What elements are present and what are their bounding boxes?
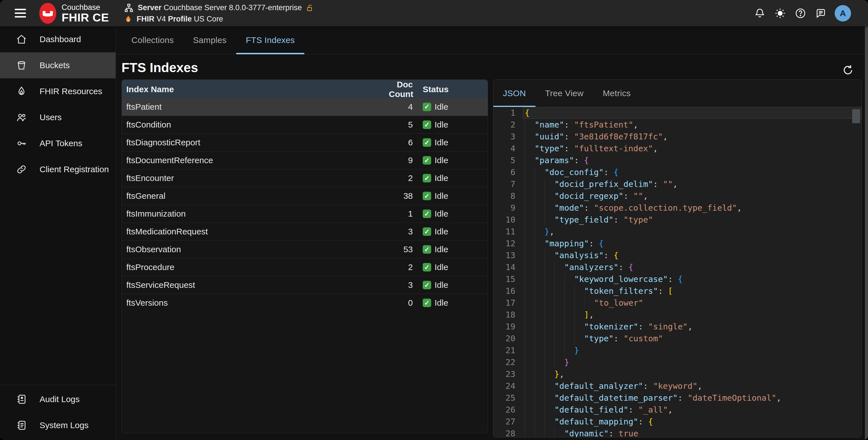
sidebar-item-fhir-resources[interactable]: FHIR Resources (0, 78, 116, 104)
line-content: "type": "fulltext-index", (523, 143, 862, 154)
status-check-icon (423, 156, 431, 165)
table-row[interactable]: ftsDiagnosticReport6Idle (122, 134, 488, 151)
line-number: 1 (493, 107, 523, 119)
line-number: 10 (493, 214, 523, 226)
doc-count-cell: 3 (389, 227, 423, 236)
line-number: 6 (493, 166, 523, 178)
audit-log-icon (16, 393, 27, 405)
code-line: 18], (493, 309, 862, 321)
menu-hamburger-icon[interactable] (15, 8, 28, 19)
col-doc-count: Doc Count (389, 80, 423, 99)
line-number: 22 (493, 356, 523, 368)
status-check-icon (423, 263, 431, 271)
status-cell: Idle (423, 191, 488, 201)
status-check-icon (423, 299, 431, 307)
table-header-row: Index Name Doc Count Status (122, 80, 488, 98)
status-label: Idle (435, 244, 448, 254)
notifications-bell-icon[interactable] (753, 7, 766, 20)
sidebar-item-buckets[interactable]: Buckets (0, 52, 116, 78)
line-number: 4 (493, 143, 523, 154)
line-number: 16 (493, 285, 523, 297)
sidebar-item-audit-logs[interactable]: Audit Logs (0, 386, 116, 412)
home-icon (16, 34, 27, 45)
table-row[interactable]: ftsServiceRequest3Idle (122, 276, 488, 294)
tab-fts-indexes[interactable]: FTS Indexes (236, 26, 304, 54)
line-number: 25 (493, 392, 523, 404)
status-check-icon (423, 120, 431, 129)
fts-index-table: Index Name Doc Count Status ftsPatient4I… (122, 80, 488, 433)
refresh-icon[interactable] (841, 63, 855, 78)
table-row[interactable]: ftsEncounter2Idle (122, 169, 488, 187)
line-number: 2 (493, 119, 523, 130)
table-row[interactable]: ftsCondition5Idle (122, 116, 488, 134)
status-cell: Idle (423, 280, 488, 290)
line-content: "analysis": { (523, 250, 862, 261)
table-row[interactable]: ftsObservation53Idle (122, 240, 488, 258)
status-check-icon (423, 174, 431, 182)
table-row[interactable]: ftsImmunization1Idle (122, 205, 488, 223)
line-content: "uuid": "3e81d6f8e7f817fc", (523, 130, 862, 143)
line-number: 15 (493, 273, 523, 285)
line-number: 18 (493, 309, 523, 321)
app-bar: Couchbase FHIR CE Server Couchbase Serve… (0, 0, 868, 26)
index-name-cell: ftsPatient (122, 102, 389, 112)
json-code-editor[interactable]: 1{2"name": "ftsPatient",3"uuid": "3e81d6… (493, 107, 862, 437)
tab-collections[interactable]: Collections (122, 26, 183, 54)
brand-product: FHIR CE (62, 11, 109, 24)
flame-emoji-icon (124, 15, 133, 24)
feedback-chat-icon[interactable] (814, 7, 827, 20)
line-content: "mode": "scope.collection.type_field", (523, 202, 862, 214)
sidebar-item-client-registration[interactable]: Client Registration (0, 156, 116, 182)
tab-samples[interactable]: Samples (183, 26, 236, 54)
user-avatar[interactable]: A (835, 5, 851, 22)
line-number: 19 (493, 321, 523, 332)
server-info-row: Server Couchbase Server 8.0.0-3777-enter… (124, 3, 314, 13)
sidebar-item-dashboard[interactable]: Dashboard (0, 26, 116, 52)
sidebar-item-label: FHIR Resources (39, 87, 102, 96)
line-number: 11 (493, 226, 523, 237)
sidebar-item-users[interactable]: Users (0, 104, 116, 130)
code-line: 13"analysis": { (493, 250, 862, 261)
brand-logo: Couchbase FHIR CE (39, 3, 109, 24)
table-row[interactable]: ftsVersions0Idle (122, 294, 488, 312)
index-name-cell: ftsDiagnosticReport (122, 138, 389, 147)
tab-json[interactable]: JSON (493, 80, 535, 107)
table-row[interactable]: ftsProcedure2Idle (122, 258, 488, 276)
index-name-cell: ftsServiceRequest (122, 280, 389, 290)
table-row[interactable]: ftsDocumentReference9Idle (122, 151, 488, 169)
line-number: 20 (493, 332, 523, 345)
table-row[interactable]: ftsMedicationRequest3Idle (122, 223, 488, 240)
help-icon[interactable] (794, 7, 807, 20)
code-line: 17"to_lower" (493, 297, 862, 309)
line-number: 17 (493, 297, 523, 309)
status-label: Idle (435, 155, 448, 165)
profile-value: US Core (194, 15, 223, 23)
unlock-icon (306, 4, 314, 12)
theme-sun-icon[interactable] (774, 7, 786, 20)
code-line: 16"token_filters": [ (493, 285, 862, 297)
code-line: 15"keyword_lowercase": { (493, 273, 862, 285)
table-row[interactable]: ftsGeneral38Idle (122, 187, 488, 205)
line-content: "token_filters": [ (523, 285, 862, 297)
line-content: "params": { (523, 154, 862, 166)
status-cell: Idle (423, 173, 488, 183)
tab-metrics[interactable]: Metrics (593, 80, 640, 107)
window-scrollbar[interactable] (865, 26, 868, 440)
sidebar-item-system-logs[interactable]: System Logs (0, 412, 116, 438)
tab-tree-view[interactable]: Tree View (535, 80, 593, 107)
line-content: "keyword_lowercase": { (523, 273, 862, 285)
server-label: Server (138, 3, 162, 12)
table-row[interactable]: ftsPatient4Idle (122, 98, 488, 116)
doc-count-cell: 9 (389, 155, 423, 165)
status-check-icon (423, 138, 431, 147)
line-content: "type_field": "type" (523, 214, 862, 226)
code-line: 20"type": "custom" (493, 332, 862, 345)
sidebar-item-api-tokens[interactable]: API Tokens (0, 130, 116, 156)
editor-scrollbar-thumb[interactable] (852, 109, 860, 123)
page-title: FTS Indexes (122, 60, 198, 75)
users-icon (16, 112, 27, 123)
doc-count-cell: 38 (389, 191, 423, 201)
code-line: 27"default_mapping": { (493, 416, 862, 428)
status-check-icon (423, 281, 431, 289)
code-line: 23}, (493, 368, 862, 380)
